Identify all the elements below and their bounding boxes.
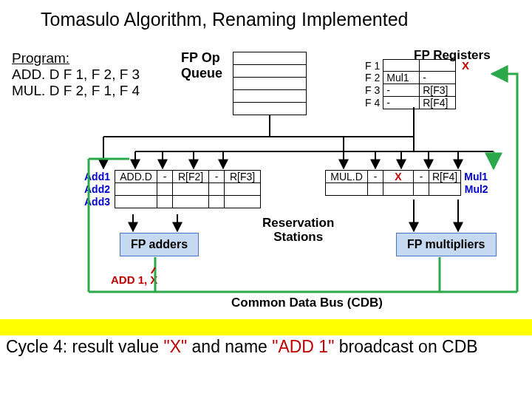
- page-title: Tomasulo Algorithm, Renaming Implemented: [41, 9, 408, 30]
- table-row: MUL.D-X-R[F4]Mul1: [326, 171, 493, 183]
- table-row: F 4-R[F4]: [362, 97, 456, 109]
- reservation-stations-label: ReservationStations: [262, 216, 334, 244]
- table-row: Add3: [81, 196, 261, 208]
- table-row: F 1: [362, 60, 456, 72]
- fp-registers-table: F 1 F 2Mul1- F 3-R[F3] F 4-R[F4]: [362, 59, 456, 109]
- cycle-caption: Cycle 4: result value "X" and name "ADD …: [6, 337, 478, 357]
- cdb-label: Common Data Bus (CDB): [231, 296, 383, 310]
- fp-multipliers-unit: FP multipliers: [396, 233, 497, 256]
- reservation-stations-mul: MUL.D-X-R[F4]Mul1 Mul2: [325, 170, 493, 196]
- table-row: Mul2: [326, 183, 493, 196]
- table-row: F 2Mul1-: [362, 72, 456, 84]
- reservation-stations-add: Add1ADD.D-R[F2]-R[F3] Add2 Add3: [81, 170, 261, 208]
- table-row: Add1ADD.D-R[F2]-R[F3]: [81, 171, 261, 183]
- program-line: ADD. D F 1, F 2, F 3: [12, 66, 140, 82]
- program-heading: Program:: [12, 50, 69, 66]
- program-line: MUL. D F 2, F 1, F 4: [12, 83, 140, 98]
- fp-registers-block: F 1 F 2Mul1- F 3-R[F3] F 4-R[F4]: [362, 59, 456, 109]
- program-block: Program: ADD. D F 1, F 2, F 3 MUL. D F 2…: [12, 50, 140, 99]
- broadcast-tag: ADD 1, X: [111, 273, 157, 286]
- table-row: F 3-R[F3]: [362, 84, 456, 97]
- fp-op-queue: [233, 52, 307, 115]
- table-row: Add2: [81, 183, 261, 196]
- fp-adders-unit: FP adders: [120, 233, 199, 256]
- fp-op-queue-label: FP OpQueue: [181, 50, 222, 81]
- highlight-strip: [0, 319, 532, 335]
- fp-registers-result-x: X: [462, 59, 469, 72]
